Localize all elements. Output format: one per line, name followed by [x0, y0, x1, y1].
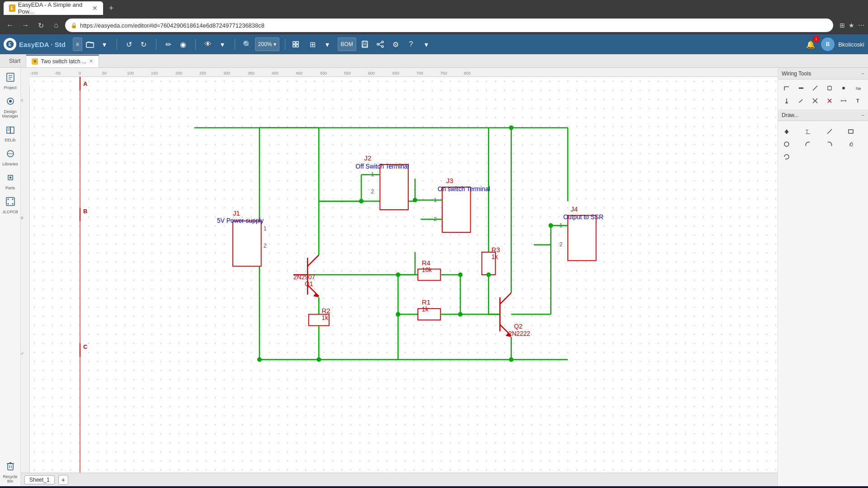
sidebar-item-design-manager[interactable]: Design Manager [0, 94, 20, 121]
help-btn[interactable]: ? [404, 38, 418, 51]
wiring-tools-minimize-btn[interactable]: − [861, 70, 864, 77]
svg-text:2N2222: 2N2222 [509, 330, 530, 337]
doc-tab[interactable]: S Two switch latch ... ✕ [26, 55, 99, 67]
open-folder-btn[interactable] [83, 38, 97, 51]
app-logo: E EasyEDA · Std [4, 38, 66, 51]
svg-text:T: T [856, 98, 859, 103]
extensions-icon[interactable]: ⊞ [840, 22, 845, 29]
ruler-mark-50: 50 [102, 71, 107, 75]
bottom-bar: Sheet_1 + [21, 473, 778, 486]
bom-btn[interactable]: BOM [338, 38, 356, 51]
svg-text:5V Power supply: 5V Power supply [217, 217, 264, 224]
sidebar-item-jlcpcb[interactable]: JLCPCB [0, 194, 20, 217]
svg-text:Off Switch Terminal: Off Switch Terminal [356, 163, 409, 170]
hand-draw-btn[interactable] [845, 138, 857, 150]
user-avatar[interactable]: B [821, 38, 835, 51]
wiring-tool-grid: Net [781, 82, 865, 107]
redo-btn[interactable]: ↻ [137, 38, 151, 51]
rotate-draw-btn[interactable] [781, 151, 793, 163]
main-area: Project Design Manager EELib Libraries [0, 68, 868, 486]
zoom-level-btn[interactable]: 200% ▾ [255, 38, 279, 51]
browser-menu-icon[interactable]: ⋯ [858, 22, 864, 29]
ruler-mark-700: 700 [416, 71, 423, 75]
view-btn[interactable]: 👁 [201, 38, 215, 51]
arrow-tool-btn[interactable] [781, 126, 793, 137]
browser-tab[interactable]: E EasyEDA - A Simple and Pow... ✕ [4, 1, 103, 15]
diag-wire-tool-btn[interactable] [809, 82, 821, 94]
cross-probe-tool-btn[interactable] [809, 95, 821, 107]
sheet-tab[interactable]: Sheet_1 [24, 475, 55, 484]
delete-tool-btn[interactable] [824, 95, 835, 107]
back-button[interactable]: ← [4, 19, 16, 32]
bus-tool-btn[interactable] [795, 82, 807, 94]
doc-tab-bar: Start S Two switch latch ... ✕ [0, 54, 868, 68]
undo-btn[interactable]: ↺ [123, 38, 136, 51]
tab-close-btn[interactable]: ✕ [92, 5, 98, 12]
app-name-main: EasyEDA [19, 41, 49, 48]
svg-point-136 [396, 312, 400, 317]
start-tab[interactable]: Start [4, 55, 26, 67]
toolbar-divider-3 [195, 39, 196, 50]
home-button[interactable]: ⌂ [50, 19, 62, 32]
forward-button[interactable]: → [19, 19, 32, 32]
refresh-button[interactable]: ↻ [34, 19, 47, 32]
zoom-icon-btn[interactable]: 🔍 [241, 38, 254, 51]
favorites-icon[interactable]: ★ [849, 22, 854, 29]
net-label-tool-btn[interactable]: Net [852, 82, 864, 94]
doc-tab-close-btn[interactable]: ✕ [89, 58, 93, 64]
username-label[interactable]: Bkolicoski [838, 41, 864, 48]
pin-tool-btn[interactable]: ◉ [176, 38, 190, 51]
sidebar-item-parts[interactable]: Parts [0, 170, 20, 193]
draw-tools-header-row: Draw... − [782, 112, 864, 118]
file-icon: ≡ [76, 41, 79, 47]
svg-point-20 [9, 100, 12, 103]
svg-point-66 [257, 357, 262, 362]
dropdown-arrow-file[interactable]: ▾ [98, 38, 111, 51]
sidebar-item-recycle-bin[interactable]: Recycle Bin [0, 459, 20, 486]
save-btn[interactable] [358, 38, 372, 51]
bus-entry-tool-btn[interactable] [795, 95, 807, 107]
ruler-mark-100: 100 [127, 71, 134, 75]
circuit-svg[interactable]: J1 5V Power supply 1 2 J2 Off Switch Ter… [30, 77, 778, 473]
sidebar-eelib-label: EELib [5, 138, 15, 142]
view-dropdown-btn[interactable]: ▾ [216, 38, 229, 51]
sidebar-item-project[interactable]: Project [0, 70, 20, 93]
text-tool-btn[interactable]: T [852, 95, 864, 107]
notification-btn[interactable]: 🔔 1 [804, 38, 817, 51]
settings-btn[interactable]: ⚙ [389, 38, 402, 51]
junction-tool-btn[interactable] [838, 82, 849, 94]
layout-btn[interactable]: ⊞ [306, 38, 320, 51]
wire-tool-btn[interactable] [781, 82, 793, 94]
circle-draw-btn[interactable] [781, 138, 793, 150]
layout-dropdown-btn[interactable]: ▾ [321, 38, 334, 51]
add-sheet-button[interactable]: + [58, 475, 68, 485]
sidebar-item-eelib[interactable]: EELib [0, 122, 20, 145]
schematic-canvas-container[interactable]: A B C [30, 77, 778, 473]
arc-cw-draw-btn[interactable] [802, 138, 814, 150]
power-tool-btn[interactable] [781, 95, 793, 107]
svg-text:1k: 1k [422, 306, 429, 313]
file-menu-btn[interactable]: ≡ [73, 38, 82, 51]
share-btn[interactable] [373, 38, 387, 51]
svg-rect-5 [293, 45, 295, 47]
pencil-tool-btn[interactable]: ✏ [162, 38, 175, 51]
sidebar-item-libraries[interactable]: Libraries [0, 146, 20, 169]
measure-tool-btn[interactable] [838, 95, 849, 107]
arc-ccw-draw-btn[interactable] [824, 138, 835, 150]
address-bar[interactable]: 🔒 https://easyeda.com/editor#id=76042906… [65, 19, 833, 32]
svg-text:2N2907: 2N2907 [293, 274, 315, 281]
new-tab-button[interactable]: + [105, 2, 118, 14]
line-draw-btn[interactable] [824, 126, 835, 137]
draw-tools-minimize-btn[interactable]: − [861, 112, 864, 118]
rect-draw-btn[interactable] [845, 126, 857, 137]
svg-text:T: T [806, 129, 808, 134]
svg-point-11 [377, 43, 379, 45]
svg-point-67 [316, 357, 321, 362]
svg-point-91 [486, 272, 491, 277]
text-draw-btn[interactable]: T [802, 126, 814, 137]
net-list-btn[interactable] [289, 38, 302, 51]
component-tool-btn[interactable] [824, 82, 835, 94]
sidebar-design-label: Design Manager [2, 109, 19, 118]
more-btn[interactable]: ▾ [420, 38, 433, 51]
canvas-with-ruler: A B C A B C [21, 77, 778, 473]
